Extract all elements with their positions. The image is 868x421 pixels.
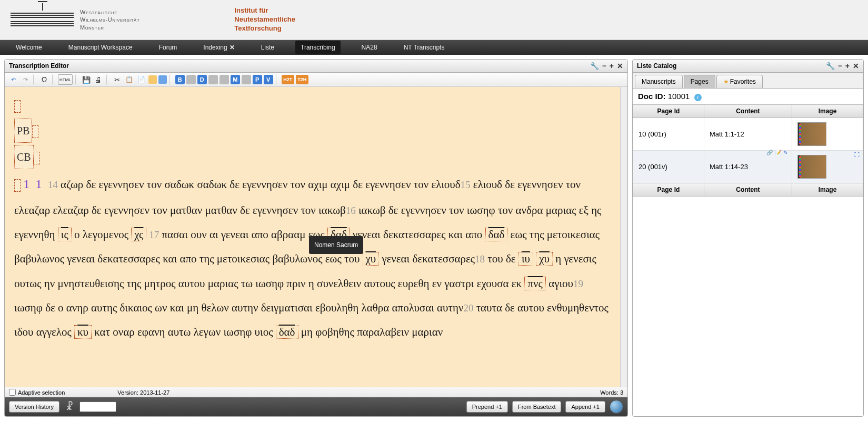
nav-workspace[interactable]: Manuscript Workspace bbox=[63, 41, 138, 54]
badge-blank1[interactable] bbox=[186, 75, 196, 84]
line-marker[interactable] bbox=[14, 179, 21, 192]
nav-welcome[interactable]: Welcome bbox=[11, 41, 47, 54]
nomen-sacrum[interactable]: πνς bbox=[524, 277, 545, 290]
wrench-icon[interactable]: 🔧 bbox=[590, 62, 599, 70]
special-char-button[interactable] bbox=[39, 74, 49, 85]
manuscript-thumbnail[interactable] bbox=[797, 122, 826, 146]
adaptive-label: Adaptive selection bbox=[18, 389, 65, 396]
main-nav: Welcome Manuscript Workspace Forum Index… bbox=[0, 40, 868, 55]
maximize-icon[interactable]: + bbox=[610, 62, 614, 70]
close-panel-icon[interactable]: ✕ bbox=[853, 62, 859, 70]
copy-button[interactable] bbox=[124, 74, 135, 85]
manuscript-thumbnail[interactable] bbox=[797, 155, 826, 179]
grid-button[interactable] bbox=[158, 75, 167, 84]
nomen-sacrum[interactable]: κυ bbox=[74, 325, 92, 339]
nomen-sacrum[interactable]: χυ bbox=[363, 252, 380, 266]
editor-header: Transcription Editor 🔧 − + ✕ bbox=[5, 60, 627, 73]
maximize-icon[interactable]: + bbox=[845, 62, 850, 70]
badge-blank4[interactable] bbox=[242, 75, 251, 84]
paste-button[interactable] bbox=[136, 74, 147, 85]
html-button[interactable]: HTML bbox=[58, 74, 73, 85]
badge-blank2[interactable] bbox=[208, 75, 218, 84]
minimize-icon[interactable]: − bbox=[838, 62, 842, 70]
badge-h2t[interactable]: H2T bbox=[282, 75, 294, 84]
footer-input[interactable] bbox=[79, 402, 116, 412]
badge-b[interactable]: B bbox=[175, 75, 185, 84]
nomen-sacrum[interactable]: χς bbox=[131, 228, 146, 241]
prepend-button[interactable]: Prepend +1 bbox=[466, 401, 508, 413]
globe-icon[interactable] bbox=[610, 400, 623, 414]
transcription-editor-panel: Transcription Editor 🔧 − + ✕ HTML B bbox=[4, 59, 628, 417]
nav-transcribing[interactable]: Transcribing bbox=[295, 41, 341, 54]
row-action-icons[interactable]: 🔗📝✎ bbox=[766, 150, 791, 156]
redo-button[interactable] bbox=[20, 74, 31, 85]
nav-liste[interactable]: Liste bbox=[256, 41, 280, 54]
expand-icon: ⛶ bbox=[854, 152, 862, 158]
nomen-sacrum[interactable]: ιυ bbox=[518, 252, 533, 266]
cut-button[interactable] bbox=[112, 74, 123, 85]
nomen-sacrum[interactable]: ις bbox=[58, 228, 72, 241]
col-page-id[interactable]: Page Id bbox=[633, 105, 704, 118]
word-count: Words: 3 bbox=[600, 389, 623, 396]
append-button[interactable]: Append +1 bbox=[565, 401, 605, 413]
nomen-sacrum[interactable]: χυ bbox=[536, 252, 553, 266]
university-name: Westfälische Wilhelms-Universität Münste… bbox=[80, 8, 139, 31]
basetext-button[interactable]: From Basetext bbox=[512, 401, 562, 413]
link-icon: 🔗 bbox=[766, 150, 774, 156]
nav-forum[interactable]: Forum bbox=[154, 41, 183, 54]
chi-rho-icon[interactable]: ☧ bbox=[64, 401, 75, 413]
badge-m[interactable]: M bbox=[231, 75, 240, 84]
pages-table: Page Id Content Image 10 (001r) Matt 1:1… bbox=[633, 104, 863, 197]
catalog-header: Liste Catalog 🔧 − + ✕ bbox=[633, 60, 863, 73]
table-row[interactable]: 20 (001v) Matt 1:14-23 🔗📝✎ ⛶ bbox=[633, 151, 863, 183]
catalog-title: Liste Catalog bbox=[637, 62, 676, 70]
university-logo: Westfälische Wilhelms-Universität Münste… bbox=[11, 8, 139, 31]
paste-special-button[interactable] bbox=[148, 75, 157, 84]
editor-footer: Version History ☧ Prepend +1 From Basete… bbox=[5, 397, 627, 416]
wrench-icon[interactable]: 🔧 bbox=[826, 62, 835, 70]
tab-manuscripts[interactable]: Manuscripts bbox=[635, 75, 683, 88]
col-content[interactable]: Content bbox=[704, 105, 792, 118]
badge-d[interactable]: D bbox=[197, 75, 207, 84]
institute-name: Institut für Neutestamentliche Textforsc… bbox=[234, 6, 295, 33]
verse-number: 1 bbox=[36, 177, 42, 191]
version-history-button[interactable]: Version History bbox=[9, 401, 59, 413]
empty-marker[interactable] bbox=[14, 100, 21, 113]
page-break-marker[interactable]: PB bbox=[14, 119, 32, 143]
version-label: Version: 2013-11-27 bbox=[117, 389, 169, 396]
chapter-number: 1 bbox=[23, 177, 29, 191]
nomen-sacrum[interactable]: δαδ bbox=[485, 228, 508, 241]
save-button[interactable] bbox=[81, 74, 92, 85]
doc-id-row: Doc ID: 10001 i bbox=[633, 89, 863, 104]
table-row[interactable]: 10 (001r) Matt 1:1-12 bbox=[633, 118, 863, 151]
editor-toolbar: HTML B D M P V H2T T2H bbox=[5, 73, 627, 87]
badge-v[interactable]: V bbox=[264, 75, 273, 84]
nav-indexing[interactable]: Indexing✕ bbox=[198, 41, 240, 54]
tooltip: Nomen Sacrum bbox=[309, 236, 363, 254]
info-icon[interactable]: i bbox=[694, 94, 702, 101]
column-break-marker[interactable]: CB bbox=[14, 145, 34, 169]
undo-button[interactable] bbox=[8, 74, 18, 85]
liste-catalog-panel: Liste Catalog 🔧 − + ✕ Manuscripts Pages … bbox=[632, 59, 864, 417]
close-panel-icon[interactable]: ✕ bbox=[617, 62, 623, 70]
nav-na28[interactable]: NA28 bbox=[356, 41, 383, 54]
app-header: Westfälische Wilhelms-Universität Münste… bbox=[0, 0, 868, 40]
nav-transcripts[interactable]: NT Transcripts bbox=[398, 41, 450, 54]
badge-t2h[interactable]: T2H bbox=[296, 75, 308, 84]
star-icon: ★ bbox=[723, 78, 729, 85]
scrollbar[interactable] bbox=[620, 87, 627, 387]
adaptive-checkbox[interactable] bbox=[9, 389, 16, 396]
edit-icon: 📝 bbox=[775, 150, 782, 156]
nomen-sacrum[interactable]: δαδ bbox=[276, 325, 298, 339]
col-image[interactable]: Image bbox=[792, 105, 863, 118]
pencil-icon: ✎ bbox=[783, 150, 791, 156]
minimize-icon[interactable]: − bbox=[602, 62, 606, 70]
transcription-area[interactable]: PB CB 1 1 14 αζωρ δε εγεννησεν τον σαδωκ… bbox=[5, 87, 620, 387]
badge-p[interactable]: P bbox=[253, 75, 262, 84]
badge-blank3[interactable] bbox=[220, 75, 229, 84]
print-button[interactable] bbox=[93, 74, 104, 85]
tab-pages[interactable]: Pages bbox=[684, 75, 715, 88]
close-icon[interactable]: ✕ bbox=[230, 44, 235, 51]
tab-favorites[interactable]: ★Favorites bbox=[716, 75, 763, 88]
workspace: Transcription Editor 🔧 − + ✕ HTML B bbox=[0, 55, 868, 421]
